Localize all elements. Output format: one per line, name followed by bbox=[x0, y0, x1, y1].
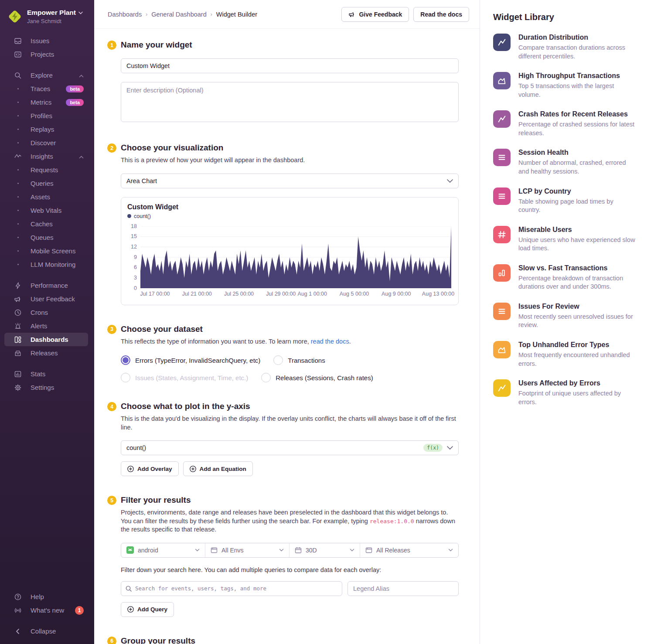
widget-library-item-miserable-users[interactable]: Miserable UsersUnique users who have exp… bbox=[493, 226, 637, 253]
breadcrumb-link[interactable]: General Dashboard bbox=[151, 11, 207, 18]
legend-label: count() bbox=[134, 213, 151, 219]
org-switcher[interactable]: Empower Plant Jane Schmidt bbox=[0, 6, 94, 31]
sidebar-item-web-vitals[interactable]: Web Vitals bbox=[4, 204, 88, 217]
sidebar-item-insights[interactable]: Insights bbox=[4, 150, 88, 163]
sidebar-item-crons[interactable]: Crons bbox=[4, 306, 88, 319]
widget-name-input[interactable] bbox=[121, 58, 459, 73]
dataset-option-transactions[interactable]: Transactions bbox=[273, 355, 325, 365]
window-icon bbox=[211, 547, 218, 554]
chart-title: Custom Widget bbox=[127, 203, 451, 211]
sidebar-item-replays[interactable]: Replays bbox=[4, 123, 88, 136]
gear-icon bbox=[14, 384, 22, 392]
sidebar-item-explore[interactable]: Explore bbox=[4, 68, 88, 82]
sidebar-item-label: Settings bbox=[31, 384, 54, 391]
widget-library-item-slow-vs-fast-transactions[interactable]: Slow vs. Fast TransactionsPercentage bre… bbox=[493, 264, 637, 291]
filter-label: All Releases bbox=[376, 547, 410, 554]
sidebar-item-label: Insights bbox=[31, 153, 53, 160]
sidebar-item-metrics[interactable]: Metricsbeta bbox=[4, 95, 88, 109]
sidebar-item-assets[interactable]: Assets bbox=[4, 190, 88, 204]
add-equation-button[interactable]: Add an Equation bbox=[183, 461, 253, 476]
main-header: Dashboards›General Dashboard›Widget Buil… bbox=[94, 0, 480, 29]
widget-library-item-crash-rates-for-recent-releases[interactable]: Crash Rates for Recent ReleasesPercentag… bbox=[493, 110, 637, 137]
widget-library-title: Widget Library bbox=[493, 12, 637, 22]
breadcrumb-link[interactable]: Dashboards bbox=[108, 11, 142, 18]
filter-30d[interactable]: 30D bbox=[290, 543, 360, 557]
sidebar-item-dashboards[interactable]: Dashboards bbox=[4, 333, 88, 346]
sidebar-item-projects[interactable]: Projects bbox=[4, 48, 88, 61]
sidebar-item-performance[interactable]: Performance bbox=[4, 279, 88, 292]
sidebar-item-label: Discover bbox=[31, 139, 56, 147]
sidebar-item-caches[interactable]: Caches bbox=[4, 217, 88, 231]
sidebar-item-alerts[interactable]: Alerts bbox=[4, 319, 88, 333]
widget-library-item-top-unhandled-error-types[interactable]: Top Unhandled Error TypesMost frequently… bbox=[493, 341, 637, 368]
dashboards-icon bbox=[14, 336, 22, 344]
widget-library-item-desc: Most frequently encountered unhandled er… bbox=[518, 351, 637, 368]
widget-library-item-text: Top Unhandled Error TypesMost frequently… bbox=[518, 341, 637, 368]
radio-label: Issues (States, Assignment, Time, etc.) bbox=[135, 374, 248, 382]
legend-alias-input[interactable] bbox=[347, 581, 459, 596]
dataset-option-releases[interactable]: Releases (Sessions, Crash rates) bbox=[261, 373, 373, 382]
sidebar-item-traces[interactable]: Tracesbeta bbox=[4, 82, 88, 95]
stats-icon bbox=[14, 370, 22, 378]
widget-library-item-high-throughput-transactions[interactable]: High Throughput TransactionsTop 5 transa… bbox=[493, 72, 637, 99]
sidebar-item-discover[interactable]: Discover bbox=[4, 136, 88, 150]
widget-builder-form: 1 Name your widget 2 Choose your visuali… bbox=[94, 29, 480, 644]
widget-library-item-users-affected-by-errors[interactable]: Users Affected by ErrorsFootprint of uni… bbox=[493, 379, 637, 406]
beta-badge: beta bbox=[66, 99, 84, 106]
filter-all-envs[interactable]: All Envs bbox=[205, 543, 290, 557]
widget-library-item-lcp-by-country[interactable]: LCP by CountryTable showing page load ti… bbox=[493, 187, 637, 215]
bullet-dot bbox=[17, 250, 19, 252]
sidebar-item-requests[interactable]: Requests bbox=[4, 163, 88, 177]
sidebar-item-stats[interactable]: Stats bbox=[4, 367, 88, 381]
sidebar-footer-what-s-new[interactable]: What's new1 bbox=[4, 603, 88, 617]
radio-selected[interactable] bbox=[121, 355, 130, 365]
radio-unselected[interactable] bbox=[261, 373, 271, 382]
sidebar-item-queries[interactable]: Queries bbox=[4, 177, 88, 190]
step-title: Filter your results bbox=[121, 495, 459, 505]
widget-library-item-session-health[interactable]: Session HealthNumber of abnormal, crashe… bbox=[493, 149, 637, 176]
filter-all-releases[interactable]: All Releases bbox=[360, 543, 458, 557]
plus-circle-icon bbox=[190, 466, 196, 472]
widget-library-item-text: High Throughput TransactionsTop 5 transa… bbox=[518, 72, 637, 99]
widget-library-item-duration-distribution[interactable]: Duration DistributionCompare transaction… bbox=[493, 34, 637, 61]
sidebar-item-right: beta bbox=[66, 99, 84, 106]
sidebar-item-label: Releases bbox=[31, 349, 58, 357]
widget-library-item-desc: Number of abnormal, crashed, errored and… bbox=[518, 159, 637, 176]
widget-library-item-issues-for-review[interactable]: Issues For ReviewMost recently seen unre… bbox=[493, 303, 637, 330]
sidebar-item-mobile-screens[interactable]: Mobile Screens bbox=[4, 244, 88, 258]
sidebar-footer-collapse[interactable]: Collapse bbox=[4, 624, 88, 638]
window-icon bbox=[365, 547, 372, 554]
add-query-row: Add Query bbox=[121, 602, 459, 617]
give-feedback-button[interactable]: Give Feedback bbox=[341, 7, 409, 22]
search-input[interactable] bbox=[135, 585, 337, 592]
main-column: Dashboards›General Dashboard›Widget Buil… bbox=[94, 0, 480, 644]
add-overlay-button[interactable]: Add Overlay bbox=[121, 461, 179, 476]
widget-library-item-text: Users Affected by ErrorsFootprint of uni… bbox=[518, 379, 637, 406]
y-axis-function-select[interactable]: count() f(x) bbox=[121, 440, 459, 455]
bullet-icon bbox=[14, 247, 22, 255]
read-docs-button[interactable]: Read the docs bbox=[413, 7, 469, 22]
sidebar-item-settings[interactable]: Settings bbox=[4, 381, 88, 394]
bullet-dot bbox=[17, 223, 19, 225]
add-query-button[interactable]: Add Query bbox=[121, 602, 174, 617]
sidebar-item-queues[interactable]: Queues bbox=[4, 231, 88, 244]
visualization-select[interactable]: Area Chart bbox=[121, 174, 459, 188]
sidebar-item-profiles[interactable]: Profiles bbox=[4, 109, 88, 123]
widget-description-textarea[interactable] bbox=[121, 82, 459, 122]
org-name: Empower Plant bbox=[27, 9, 83, 17]
sidebar-footer-help[interactable]: Help bbox=[4, 590, 88, 603]
lines-icon bbox=[493, 187, 511, 205]
read-docs-link[interactable]: read the docs bbox=[311, 338, 349, 345]
sidebar-item-user-feedback[interactable]: User Feedback bbox=[4, 292, 88, 306]
android-icon bbox=[126, 546, 134, 554]
query-row bbox=[121, 581, 459, 596]
sidebar-item-issues[interactable]: Issues bbox=[4, 34, 88, 48]
step-description: Projects, environments, date range and r… bbox=[121, 508, 459, 534]
step-description: This is the data you'd be visualizing in… bbox=[121, 415, 459, 432]
dataset-option-errors[interactable]: Errors (TypeError, InvalidSearchQuery, e… bbox=[121, 355, 260, 365]
radio-unselected[interactable] bbox=[273, 355, 283, 365]
sidebar-item-llm-monitoring[interactable]: LLM Monitoring bbox=[4, 258, 88, 271]
sidebar-item-releases[interactable]: Releases bbox=[4, 346, 88, 360]
filter-android[interactable]: android bbox=[121, 543, 205, 557]
widget-library-item-title: Crash Rates for Recent Releases bbox=[518, 110, 637, 118]
